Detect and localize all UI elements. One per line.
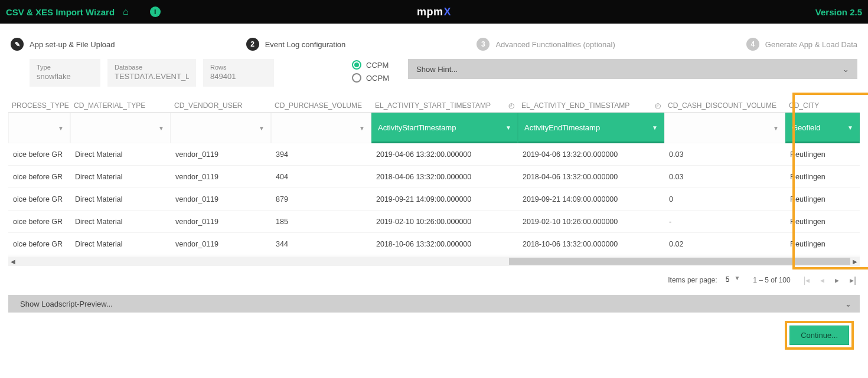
mapping-select-4[interactable]: ActivityStartTimestamp▼	[371, 113, 518, 143]
clock-icon: ◴	[655, 101, 661, 110]
clock-icon: ◴	[508, 101, 514, 110]
table-cell: 394	[271, 150, 371, 159]
mapping-select-5[interactable]: ActivityEndTimestamp▼	[518, 113, 664, 143]
info-database-card: Database TESTDATA.EVENT_LOGS.	[107, 59, 196, 87]
col-header-2: CD_VENDOR_USER	[171, 101, 271, 112]
paginator-nav: |◂ ◂ ▸ ▸|	[804, 275, 856, 285]
table-row: oice before GRDirect Materialvendor_0119…	[8, 143, 860, 166]
table-cell: 0.03	[664, 173, 785, 181]
table-cell: Direct Material	[70, 218, 171, 226]
table-cell: oice before GR	[8, 195, 70, 203]
items-per-page-label: Items per page:	[668, 276, 717, 284]
chevron-down-icon: ▼	[734, 275, 740, 281]
mapping-select-2[interactable]: ▼	[171, 113, 271, 143]
radio-ocpm[interactable]: OCPM	[352, 73, 389, 83]
brand-logo: mpmX	[417, 6, 451, 18]
step-2[interactable]: 2 Event Log configuration	[246, 38, 346, 51]
radio-ccpm-input[interactable]	[352, 60, 361, 70]
table-cell: 2019-09-21 14:09:00.000000	[371, 195, 518, 203]
table-cell: Reutlingen	[785, 240, 860, 248]
info-rows-card: Rows 849401	[203, 59, 274, 87]
table-cell: 2018-10-06 13:32:00.000000	[371, 240, 518, 248]
table-cell: Reutlingen	[785, 218, 860, 226]
chevron-down-icon: ▼	[505, 124, 511, 131]
mapping-select-0[interactable]: ▼	[8, 113, 70, 143]
chevron-down-icon: ⌄	[845, 300, 851, 308]
items-per-page: Items per page: 5 ▼	[668, 274, 740, 285]
table-cell: vendor_0119	[171, 173, 271, 181]
table-cell: 879	[271, 195, 371, 203]
table-cell: Direct Material	[70, 173, 171, 181]
prev-page-icon[interactable]: ◂	[820, 275, 824, 285]
scroll-left-icon[interactable]: ◀	[8, 258, 18, 265]
table-cell: oice before GR	[8, 240, 70, 248]
table-row: oice before GRDirect Materialvendor_0119…	[8, 233, 860, 255]
mapping-select-7[interactable]: Geofield▼	[785, 113, 860, 143]
page-range: 1 – 5 of 100	[753, 276, 790, 284]
table-cell: 404	[271, 173, 371, 181]
info-type-card: Type snowflake	[30, 59, 100, 87]
table-cell: Direct Material	[70, 195, 171, 203]
table-cell: vendor_0119	[171, 218, 271, 226]
mapping-select-6[interactable]: ▼	[664, 113, 785, 143]
table-cell: 0	[664, 195, 785, 203]
table-cell: 2019-02-10 10:26:00.000000	[518, 218, 664, 226]
table-cell: oice before GR	[8, 150, 70, 159]
first-page-icon[interactable]: |◂	[804, 275, 810, 285]
items-per-page-select[interactable]: 5 ▼	[722, 274, 740, 285]
continue-button[interactable]: Continue...	[789, 326, 849, 345]
step-2-label: Event Log configuration	[265, 40, 346, 49]
chevron-down-icon: ▼	[847, 124, 853, 131]
info-rows-value: 849401	[210, 72, 267, 81]
pm-mode-radio-group: CCPM OCPM	[352, 59, 389, 86]
loadscript-preview-label: Show Loadscript-Preview...	[20, 300, 113, 308]
table-cell: 2019-02-10 10:26:00.000000	[371, 218, 518, 226]
step-1[interactable]: 1 App set-up & File Upload	[11, 38, 115, 51]
step-1-label: App set-up & File Upload	[30, 40, 115, 49]
col-header-0: PROCESS_TYPE	[8, 101, 70, 112]
loadscript-preview-bar[interactable]: Show Loadscript-Preview... ⌄	[8, 295, 860, 313]
table-cell: 2018-10-06 13:32:00.000000	[518, 240, 664, 248]
col-header-6: CD_CASH_DISCOUNT_VOLUME	[664, 101, 785, 112]
table-cell: 185	[271, 218, 371, 226]
chevron-down-icon: ▼	[259, 125, 265, 132]
mapping-select-3[interactable]: ▼	[271, 113, 371, 143]
table-cell: Direct Material	[70, 240, 171, 248]
table-cell: 0.02	[664, 240, 785, 248]
table-cell: vendor_0119	[171, 150, 271, 159]
table-cell: 2018-04-06 13:32:00.000000	[371, 173, 518, 181]
last-page-icon[interactable]: ▸|	[850, 275, 856, 285]
table-cell: 344	[271, 240, 371, 248]
radio-ocpm-input[interactable]	[352, 73, 361, 83]
next-page-icon[interactable]: ▸	[835, 275, 839, 285]
highlight-continue: Continue...	[785, 321, 854, 350]
table-cell: Reutlingen	[785, 173, 860, 181]
step-3-label: Advanced Functionalities (optional)	[495, 40, 615, 49]
step-3-number: 3	[477, 38, 490, 51]
table-cell: oice before GR	[8, 218, 70, 226]
step-3: 3 Advanced Functionalities (optional)	[477, 38, 615, 51]
show-hint-bar[interactable]: Show Hint... ⌄	[408, 59, 857, 79]
step-2-number: 2	[246, 38, 259, 51]
info-icon[interactable]: i	[150, 6, 161, 17]
scroll-right-icon[interactable]: ▶	[850, 258, 860, 265]
table-cell: Reutlingen	[785, 150, 860, 159]
info-row: Type snowflake Database TESTDATA.EVENT_L…	[0, 59, 868, 97]
chevron-down-icon: ▼	[773, 125, 779, 132]
show-hint-label: Show Hint...	[416, 65, 458, 74]
col-header-4: EL_ACTIVITY_START_TIMESTAMP◴	[371, 101, 518, 112]
radio-ccpm[interactable]: CCPM	[352, 60, 389, 70]
table-cell: 2018-04-06 13:32:00.000000	[518, 173, 664, 181]
step-1-number: 1	[11, 38, 24, 51]
radio-ccpm-label: CCPM	[366, 61, 389, 70]
chevron-down-icon: ▼	[158, 125, 164, 132]
horizontal-scrollbar[interactable]: ◀ ▶	[8, 257, 860, 266]
table-row: oice before GRDirect Materialvendor_0119…	[8, 166, 860, 188]
chevron-down-icon: ▼	[359, 125, 365, 132]
scroll-track[interactable]	[18, 258, 850, 265]
continue-wrap: Continue...	[0, 313, 868, 361]
home-icon[interactable]: ⌂	[123, 6, 129, 17]
mapping-select-1[interactable]: ▼	[70, 113, 171, 143]
table-cell: 2019-04-06 13:32:00.000000	[371, 150, 518, 159]
scroll-thumb[interactable]	[509, 258, 850, 265]
